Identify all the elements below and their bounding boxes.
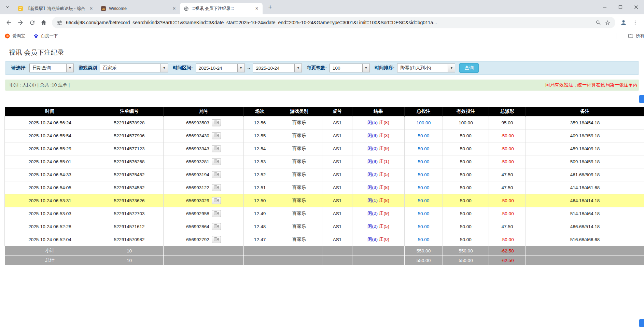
cell-game-type: 百家乐 <box>276 168 322 181</box>
total-bet-link[interactable]: 50.00 <box>418 211 430 216</box>
column-header: 结果 <box>352 107 405 116</box>
footer-valid-bet: 550.00 <box>443 256 489 265</box>
cell-session: 12-50 <box>244 194 276 207</box>
video-replay-button[interactable] <box>212 171 221 178</box>
player-result: 闲(3) <box>367 185 378 190</box>
cell-total-bet: 50.00 <box>405 155 443 168</box>
total-bet-link[interactable]: 100.00 <box>417 120 431 125</box>
player-result: 闲(2) <box>367 211 378 216</box>
cell-time: 2025-10-24 06:56:24 <box>5 116 95 129</box>
cell-payout: 47.50 <box>489 181 526 194</box>
footer-label: 小计 <box>5 246 95 256</box>
video-replay-button[interactable] <box>212 119 221 126</box>
close-window-button[interactable] <box>628 0 644 14</box>
browser-menu-button[interactable] <box>630 17 641 28</box>
tab-close-icon[interactable]: ✕ <box>88 5 94 12</box>
cell-round: 656992958 <box>164 207 244 220</box>
cell-table-no: AS1 <box>322 129 352 142</box>
url-text[interactable]: 66cxkj98.com/game/betrecord_search/kind3… <box>66 20 592 25</box>
maximize-button[interactable] <box>613 0 628 14</box>
bookmark-taobao[interactable]: 淘 爱淘宝 <box>5 33 25 39</box>
floating-widget-bottom[interactable] <box>639 319 644 327</box>
bookmark-star-icon[interactable] <box>605 20 611 26</box>
chevron-down-icon[interactable]: ▼ <box>66 64 74 72</box>
total-bet-link[interactable]: 50.00 <box>418 133 430 138</box>
total-bet-link[interactable]: 50.00 <box>418 146 430 151</box>
table-row: 2025-10-24 06:55:54522914577906656993430… <box>5 129 644 142</box>
cell-total-bet: 50.00 <box>405 142 443 155</box>
chevron-down-icon[interactable]: ▼ <box>362 64 370 72</box>
per-page-select[interactable]: 100 ▼ <box>330 64 370 72</box>
round-number: 656993430 <box>186 133 209 138</box>
all-bookmarks-button[interactable]: 所有书签 <box>625 33 644 39</box>
total-bet-link[interactable]: 50.00 <box>418 237 430 242</box>
date-start-input[interactable]: 2025-10-24 ▼ <box>196 64 245 72</box>
search-button[interactable]: 查询 <box>459 63 479 73</box>
cell-round: 656993029 <box>164 194 244 207</box>
video-replay-button[interactable] <box>212 197 221 204</box>
refresh-button[interactable] <box>27 17 38 28</box>
profile-avatar[interactable] <box>618 17 629 28</box>
video-replay-button[interactable] <box>212 132 221 139</box>
cell-table-no: AS1 <box>322 220 352 233</box>
column-header: 时间 <box>5 107 95 116</box>
total-bet-link[interactable]: 50.00 <box>418 159 430 164</box>
zoom-indicator-icon[interactable] <box>596 20 601 26</box>
video-replay-button[interactable] <box>212 210 221 217</box>
player-result: 闲(9) <box>367 133 378 138</box>
total-bet-link[interactable]: 50.00 <box>418 172 430 177</box>
site-settings-icon[interactable] <box>57 20 62 26</box>
chevron-down-icon[interactable]: ▼ <box>237 64 245 72</box>
total-bet-link[interactable]: 50.00 <box>418 185 430 190</box>
cell-result: 闲(5) 庄(8) <box>352 116 405 129</box>
new-tab-button[interactable]: + <box>265 2 275 12</box>
cell-table-no: AS1 <box>322 168 352 181</box>
floating-widget-top[interactable] <box>639 95 644 103</box>
date-end-input[interactable]: 2025-10-24 ▼ <box>253 64 302 72</box>
cell-result: 闲(2) 庄(5) <box>352 168 405 181</box>
tab-title: Welcome <box>109 6 168 11</box>
tab-close-icon[interactable]: ✕ <box>171 5 177 12</box>
video-replay-button[interactable] <box>212 236 221 243</box>
footer-total-bet: 550.00 <box>405 246 443 256</box>
cell-time: 2025-10-24 06:52:28 <box>5 220 95 233</box>
tab-bet-records[interactable]: :::视讯 会员下注纪录::: ✕ <box>180 3 263 14</box>
player-result: 闲(5) <box>367 120 378 125</box>
chevron-down-icon[interactable]: ▼ <box>294 64 302 72</box>
cell-bet-id: 522914578928 <box>95 116 164 129</box>
home-button[interactable] <box>38 17 49 28</box>
video-replay-button[interactable] <box>212 158 221 165</box>
total-bet-link[interactable]: 50.00 <box>418 224 430 229</box>
tab-forum[interactable]: 【新提醒】海燕策略论坛 - 综合... ✕ <box>14 3 97 14</box>
bookmark-baidu[interactable]: 百度一下 <box>33 33 58 39</box>
baidu-icon <box>33 33 39 39</box>
cell-result: 闲(2) 庄(9) <box>352 207 405 220</box>
range-separator: ~ <box>248 66 250 71</box>
cell-remark: 514.18/464.18 <box>526 207 644 220</box>
address-bar[interactable]: 66cxkj98.com/game/betrecord_search/kind3… <box>52 17 615 28</box>
cell-time: 2025-10-24 06:55:29 <box>5 142 95 155</box>
back-button[interactable] <box>3 17 14 28</box>
chevron-down-icon[interactable]: ▼ <box>448 64 455 72</box>
video-replay-button[interactable] <box>212 223 221 230</box>
footer-count: 10 <box>95 246 164 256</box>
table-row: 2025-10-24 06:52:04522914570982656992792… <box>5 233 644 246</box>
game-type-select[interactable]: 百家乐 ▼ <box>100 64 168 72</box>
tab-close-icon[interactable]: ✕ <box>254 5 260 12</box>
forward-arrow-icon <box>17 19 24 26</box>
minimize-button[interactable] <box>597 0 613 14</box>
sort-select[interactable]: 降幂(由大到小) ▼ <box>397 64 455 72</box>
tab-welcome[interactable]: Welcome ✕ <box>97 3 180 14</box>
video-replay-button[interactable] <box>212 145 221 152</box>
banker-result: 庄(9) <box>379 146 389 151</box>
forward-button[interactable] <box>15 17 26 28</box>
total-bet-link[interactable]: 50.00 <box>418 198 430 203</box>
chevron-down-icon[interactable]: ▼ <box>160 64 168 72</box>
navigation-toolbar: 66cxkj98.com/game/betrecord_search/kind3… <box>0 14 644 31</box>
bet-records-table: 时间注单编号局号场次游戏类别桌号结果总投注有效投注总派彩备注 2025-10-2… <box>4 107 644 265</box>
tab-search-button[interactable] <box>3 2 12 12</box>
query-type-select[interactable]: 日期查询 ▼ <box>29 64 74 72</box>
video-camera-icon <box>214 224 219 229</box>
video-replay-button[interactable] <box>212 184 221 191</box>
video-camera-icon <box>214 120 219 125</box>
